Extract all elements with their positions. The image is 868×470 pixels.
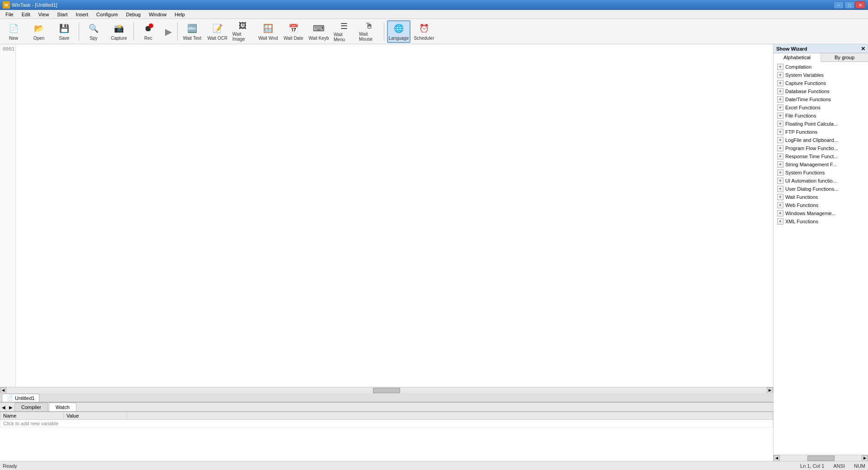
wizard-close-icon[interactable]: ✕ — [861, 46, 865, 52]
toolbar-btn-scheduler[interactable]: ⏰Scheduler — [412, 20, 436, 43]
wizard-tab-bygroup[interactable]: By group — [821, 53, 868, 61]
toolbar-btn-language[interactable]: 🌐Language — [387, 20, 410, 43]
tree-expand-capture-functions[interactable]: + — [777, 80, 783, 86]
toolbar-btn-waitmouse[interactable]: 🖱Wait Mouse — [358, 20, 381, 43]
code-content[interactable] — [16, 44, 773, 387]
menu-item-help[interactable]: Help — [171, 11, 189, 18]
tree-item-user-dialog[interactable]: +User Dialog Functions... — [774, 185, 868, 193]
wizard-tab-alphabetical[interactable]: Alphabetical — [774, 53, 821, 62]
toolbar-btn-waitdate[interactable]: 📅Wait Date — [282, 20, 305, 43]
tree-item-string-management[interactable]: +String Management F... — [774, 160, 868, 169]
tree-item-logfile-clipboard[interactable]: +LogFile and Clipboard... — [774, 136, 868, 144]
tree-expand-compilation[interactable]: + — [777, 64, 783, 70]
tree-expand-ftp-functions[interactable]: + — [777, 129, 783, 135]
tree-label-string-management: String Management F... — [785, 162, 837, 167]
toolbar-btn-waitimage[interactable]: 🖼Wait Image — [231, 20, 255, 43]
menu-item-view[interactable]: View — [35, 11, 53, 18]
toolbar-btn-spy[interactable]: 🔍Spy — [82, 20, 105, 43]
menu-item-window[interactable]: Window — [145, 11, 170, 18]
tree-item-response-time[interactable]: +Response Time Funct... — [774, 152, 868, 160]
editor-tab-untitled1[interactable]: 📄 Untitled1 — [2, 394, 39, 402]
tree-item-wait-functions[interactable]: +Wait Functions — [774, 193, 868, 201]
menu-item-file[interactable]: File — [2, 11, 17, 18]
inner-restore-button[interactable]: □ — [844, 1, 854, 9]
tree-expand-wait-functions[interactable]: + — [777, 194, 783, 200]
waitmouse-label: Wait Mouse — [359, 32, 380, 42]
inner-window-controls: − □ ✕ — [834, 1, 865, 9]
title-bar: W WinTask - [Untitled1] − □ ✕ — [0, 0, 868, 10]
toolbar-btn-rec[interactable]: ⏺Rec — [137, 20, 160, 43]
tree-expand-string-management[interactable]: + — [777, 161, 783, 168]
toolbar-btn-waitocr[interactable]: 📝Wait OCR — [206, 20, 229, 43]
toolbar-btn-new[interactable]: 📄New — [2, 20, 25, 43]
toolbar-btn-waitwnd[interactable]: 🪟Wait Wnd — [256, 20, 280, 43]
menu-item-start[interactable]: Start — [53, 11, 71, 18]
toolbar-btn-waitmenu[interactable]: ☰Wait Menu — [332, 20, 356, 43]
tree-item-datetime-functions[interactable]: +Date/Time Functions — [774, 95, 868, 103]
play-button[interactable]: ▶ — [162, 25, 175, 38]
tree-item-xml-functions[interactable]: +XML Functions — [774, 217, 868, 226]
bottom-tab-watch[interactable]: Watch — [49, 403, 76, 411]
add-variable-text[interactable]: Click to add new variable — [0, 420, 773, 428]
tree-item-web-functions[interactable]: +Web Functions — [774, 201, 868, 209]
bottom-tab-nav-next[interactable]: ▶ — [7, 404, 14, 411]
tree-item-system-variables[interactable]: +System Variables — [774, 71, 868, 79]
tree-item-ui-automation[interactable]: +UI Automation functio... — [774, 177, 868, 185]
tree-expand-floating-point[interactable]: + — [777, 121, 783, 127]
bottom-tab-nav-prev[interactable]: ◀ — [0, 404, 7, 411]
tree-expand-system-variables[interactable]: + — [777, 72, 783, 78]
toolbar-btn-waitkeyb[interactable]: ⌨Wait Keyb — [307, 20, 330, 43]
add-variable-row[interactable]: Click to add new variable — [0, 420, 773, 428]
save-label: Save — [59, 36, 70, 41]
tree-expand-system-functions[interactable]: + — [777, 169, 783, 176]
tree-expand-program-flow[interactable]: + — [777, 145, 783, 151]
scroll-right-arrow[interactable]: ▶ — [767, 387, 773, 394]
tree-expand-file-functions[interactable]: + — [777, 113, 783, 119]
toolbar-btn-open[interactable]: 📂Open — [27, 20, 51, 43]
inner-minimize-button[interactable]: − — [834, 1, 844, 9]
inner-close-button[interactable]: ✕ — [855, 1, 865, 9]
menu-item-edit[interactable]: Edit — [18, 11, 34, 18]
tree-label-xml-functions: XML Functions — [785, 219, 818, 224]
tree-expand-logfile-clipboard[interactable]: + — [777, 137, 783, 143]
scroll-left-arrow[interactable]: ◀ — [0, 387, 6, 394]
tree-item-excel-functions[interactable]: +Excel Functions — [774, 103, 868, 112]
bottom-tab-compiler[interactable]: Compiler — [14, 403, 48, 411]
menu-item-debug[interactable]: Debug — [123, 11, 144, 18]
line-numbers: 0001 — [0, 44, 16, 387]
window-title: WinTask - [Untitled1] — [12, 2, 834, 8]
tree-expand-xml-functions[interactable]: + — [777, 218, 783, 225]
tree-item-file-functions[interactable]: +File Functions — [774, 112, 868, 120]
wizard-scroll-thumb[interactable] — [807, 456, 835, 461]
tree-expand-response-time[interactable]: + — [777, 153, 783, 160]
wizard-scroll-right[interactable]: ▶ — [862, 455, 868, 461]
tree-item-compilation[interactable]: +Compilation — [774, 63, 868, 71]
spy-icon: 🔍 — [87, 22, 100, 35]
tree-item-windows-management[interactable]: +Windows Manageme... — [774, 209, 868, 217]
tree-expand-web-functions[interactable]: + — [777, 202, 783, 208]
tree-item-capture-functions[interactable]: +Capture Functions — [774, 79, 868, 87]
tree-expand-ui-automation[interactable]: + — [777, 178, 783, 184]
tree-expand-windows-management[interactable]: + — [777, 210, 783, 216]
tree-item-program-flow[interactable]: +Program Flow Functio... — [774, 144, 868, 152]
menu-item-configure[interactable]: Configure — [93, 11, 122, 18]
toolbar-btn-save[interactable]: 💾Save — [52, 20, 76, 43]
tree-expand-excel-functions[interactable]: + — [777, 104, 783, 111]
wizard-scroll-track[interactable] — [780, 455, 862, 461]
tree-expand-datetime-functions[interactable]: + — [777, 96, 783, 103]
toolbar-btn-capture[interactable]: 📸Capture — [107, 20, 131, 43]
tree-expand-database-functions[interactable]: + — [777, 88, 783, 94]
toolbar-btn-waittext[interactable]: 🔤Wait Text — [180, 20, 204, 43]
tree-item-system-functions[interactable]: +System Functions — [774, 169, 868, 177]
tree-expand-user-dialog[interactable]: + — [777, 186, 783, 192]
menu-item-insert[interactable]: Insert — [72, 11, 92, 18]
tree-item-floating-point[interactable]: +Floating Point Calcula... — [774, 120, 868, 128]
tree-label-response-time: Response Time Funct... — [785, 154, 838, 159]
tree-item-database-functions[interactable]: +Database Functions — [774, 87, 868, 95]
tree-item-ftp-functions[interactable]: +FTP Functions — [774, 128, 868, 136]
tab-icon: 📄 — [7, 395, 13, 401]
wizard-scroll-left[interactable]: ◀ — [774, 455, 780, 461]
scroll-track[interactable] — [6, 387, 767, 394]
scroll-thumb[interactable] — [373, 388, 400, 393]
new-icon: 📄 — [7, 22, 20, 35]
